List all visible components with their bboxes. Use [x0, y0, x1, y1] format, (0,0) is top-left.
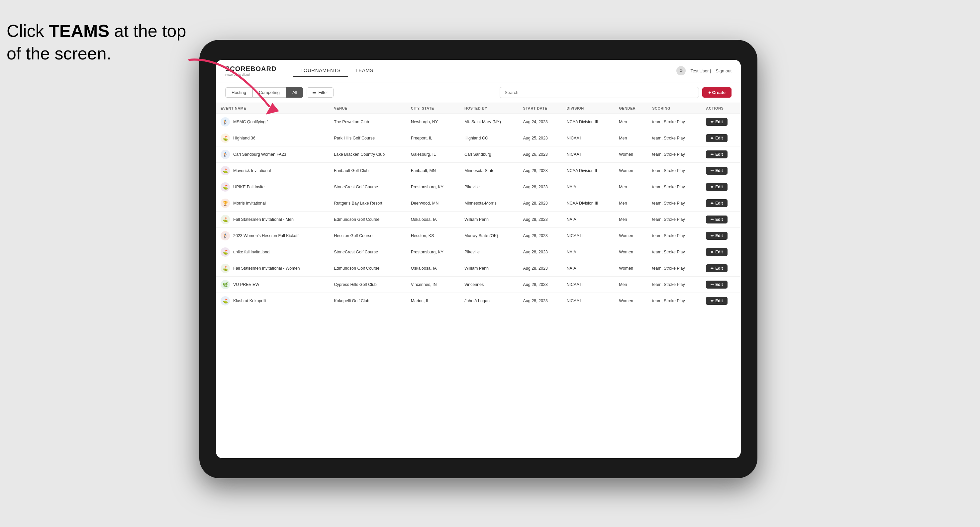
filter-button[interactable]: ☰ Filter	[307, 87, 334, 98]
cell-start-date: Aug 28, 2023	[518, 228, 562, 244]
table-row: ⛳ upike fall invitational StoneCrest Gol…	[216, 244, 741, 260]
cell-city-state: Faribault, MN	[406, 163, 460, 179]
cell-start-date: Aug 24, 2023	[518, 114, 562, 130]
edit-button[interactable]: Edit	[706, 297, 727, 305]
event-name-text: Highland 36	[233, 136, 256, 140]
table-row: ⛳ Klash at Kokopelli Kokopelli Golf Club…	[216, 293, 741, 309]
table-body: 🏌 MSMC Qualifying 1 The Powelton Club Ne…	[216, 114, 741, 309]
col-city-state: CITY, STATE	[406, 103, 460, 114]
table-row: 🏌 2023 Women's Hesston Fall Kickoff Hess…	[216, 228, 741, 244]
cell-scoring: team, Stroke Play	[648, 228, 701, 244]
cell-event-name: 🏌 MSMC Qualifying 1	[216, 114, 329, 130]
cell-gender: Men	[614, 179, 648, 195]
cell-hosted-by: William Penn	[460, 260, 518, 276]
cell-hosted-by: Highland CC	[460, 130, 518, 146]
filter-icon: ☰	[312, 90, 316, 95]
cell-actions: Edit	[701, 179, 741, 195]
cell-actions: Edit	[701, 260, 741, 276]
cell-event-name: ⛳ UPIKE Fall Invite	[216, 179, 329, 195]
cell-division: NICAA I	[562, 146, 614, 163]
cell-event-name: 🏌 Carl Sandburg Women FA23	[216, 146, 329, 163]
top-nav: SCOREBOARD Powered by clippd TOURNAMENTS…	[216, 60, 741, 83]
cell-division: NCAA Division III	[562, 114, 614, 130]
cell-hosted-by: Mt. Saint Mary (NY)	[460, 114, 518, 130]
edit-button[interactable]: Edit	[706, 248, 727, 256]
edit-button[interactable]: Edit	[706, 216, 727, 224]
cell-venue: Lake Bracken Country Club	[329, 146, 406, 163]
edit-button[interactable]: Edit	[706, 167, 727, 175]
cell-actions: Edit	[701, 211, 741, 228]
cell-gender: Women	[614, 244, 648, 260]
sign-out-link[interactable]: Sign out	[716, 68, 732, 73]
event-icon: ⛳	[221, 133, 230, 143]
col-scoring: SCORING	[648, 103, 701, 114]
table-row: ⛳ Fall Statesmen Invitational - Men Edmu…	[216, 211, 741, 228]
tab-teams[interactable]: TEAMS	[348, 65, 381, 77]
cell-gender: Men	[614, 276, 648, 293]
filter-competing-button[interactable]: Competing	[253, 87, 286, 98]
cell-scoring: team, Stroke Play	[648, 260, 701, 276]
filter-hosting-button[interactable]: Hosting	[225, 87, 253, 98]
cell-city-state: Newburgh, NY	[406, 114, 460, 130]
cell-city-state: Hesston, KS	[406, 228, 460, 244]
cell-venue: Edmundson Golf Course	[329, 211, 406, 228]
edit-button[interactable]: Edit	[706, 281, 727, 289]
cell-venue: Kokopelli Golf Club	[329, 293, 406, 309]
table-row: 🏌 MSMC Qualifying 1 The Powelton Club Ne…	[216, 114, 741, 130]
filter-all-button[interactable]: All	[286, 87, 303, 98]
cell-scoring: team, Stroke Play	[648, 195, 701, 211]
col-event-name: EVENT NAME	[216, 103, 329, 114]
cell-venue: StoneCrest Golf Course	[329, 244, 406, 260]
cell-gender: Women	[614, 293, 648, 309]
cell-city-state: Vincennes, IN	[406, 276, 460, 293]
cell-scoring: team, Stroke Play	[648, 114, 701, 130]
event-name-text: 2023 Women's Hesston Fall Kickoff	[233, 233, 298, 238]
event-name-text: Klash at Kokopelli	[233, 298, 266, 303]
event-icon: ⛳	[221, 166, 230, 175]
edit-button[interactable]: Edit	[706, 118, 727, 126]
edit-button[interactable]: Edit	[706, 232, 727, 240]
event-icon: 🏌	[221, 150, 230, 159]
cell-scoring: team, Stroke Play	[648, 130, 701, 146]
cell-actions: Edit	[701, 293, 741, 309]
cell-venue: Edmundson Golf Course	[329, 260, 406, 276]
cell-hosted-by: John A Logan	[460, 293, 518, 309]
cell-start-date: Aug 28, 2023	[518, 179, 562, 195]
create-button[interactable]: + Create	[702, 87, 732, 98]
cell-start-date: Aug 28, 2023	[518, 293, 562, 309]
cell-actions: Edit	[701, 195, 741, 211]
search-input[interactable]	[500, 87, 699, 98]
logo-area: SCOREBOARD Powered by clippd	[225, 65, 277, 76]
cell-city-state: Freeport, IL	[406, 130, 460, 146]
cell-gender: Women	[614, 260, 648, 276]
tab-tournaments[interactable]: TOURNAMENTS	[293, 65, 348, 77]
cell-division: NAIA	[562, 179, 614, 195]
edit-button[interactable]: Edit	[706, 199, 727, 207]
cell-event-name: 🏌 2023 Women's Hesston Fall Kickoff	[216, 228, 329, 244]
edit-button[interactable]: Edit	[706, 134, 727, 142]
cell-division: NICAA II	[562, 228, 614, 244]
cell-gender: Men	[614, 211, 648, 228]
edit-button[interactable]: Edit	[706, 264, 727, 272]
cell-city-state: Galesburg, IL	[406, 146, 460, 163]
cell-city-state: Prestonsburg, KY	[406, 179, 460, 195]
edit-button[interactable]: Edit	[706, 151, 727, 159]
cell-actions: Edit	[701, 244, 741, 260]
col-venue: VENUE	[329, 103, 406, 114]
cell-start-date: Aug 28, 2023	[518, 260, 562, 276]
nav-tabs: TOURNAMENTS TEAMS	[293, 65, 676, 77]
cell-division: NAIA	[562, 260, 614, 276]
cell-division: NAIA	[562, 244, 614, 260]
table-row: 🌿 VU PREVIEW Cypress Hills Golf Club Vin…	[216, 276, 741, 293]
cell-actions: Edit	[701, 163, 741, 179]
cell-gender: Women	[614, 146, 648, 163]
event-name-text: VU PREVIEW	[233, 282, 259, 287]
cell-gender: Men	[614, 114, 648, 130]
cell-actions: Edit	[701, 114, 741, 130]
table-header: EVENT NAME VENUE CITY, STATE HOSTED BY S…	[216, 103, 741, 114]
settings-icon[interactable]: ⚙	[676, 66, 686, 75]
cell-event-name: ⛳ Highland 36	[216, 130, 329, 146]
edit-button[interactable]: Edit	[706, 183, 727, 191]
event-name-text: UPIKE Fall Invite	[233, 185, 264, 189]
event-icon: 🏆	[221, 198, 230, 208]
